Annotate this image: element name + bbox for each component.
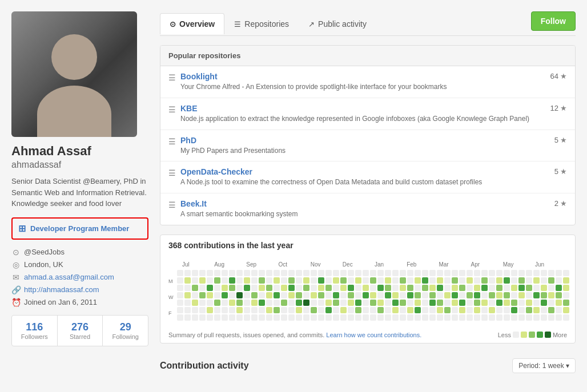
month-label: Dec <box>343 261 375 268</box>
contrib-cell <box>222 277 228 284</box>
contrib-cell <box>400 300 406 306</box>
contrib-cell <box>474 307 480 313</box>
contrib-cell <box>244 300 250 306</box>
contrib-cell <box>467 292 473 298</box>
contrib-cell <box>415 314 421 321</box>
email-link[interactable]: ahmad.a.assaf@gmail.com <box>24 273 114 281</box>
period-button[interactable]: Period: 1 week ▾ <box>512 358 576 373</box>
contrib-cell <box>281 307 287 313</box>
week-col <box>214 270 220 325</box>
contrib-cell <box>207 285 213 291</box>
contrib-cell <box>400 270 406 276</box>
repo-name[interactable]: Beek.It <box>180 199 207 208</box>
repo-name[interactable]: OpenData-Checker <box>180 167 252 176</box>
contrib-cell <box>214 285 220 291</box>
contrib-cell <box>548 270 554 276</box>
contrib-cell <box>318 285 324 291</box>
following-stat[interactable]: 29 Following <box>103 316 148 346</box>
contrib-cell <box>526 314 532 321</box>
tab-overview[interactable]: ⊙ Overview <box>160 13 224 34</box>
developer-badge: ⊞ Developer Program Member <box>11 217 148 240</box>
starred-stat[interactable]: 276 Starred <box>58 316 103 346</box>
contrib-cell <box>489 285 495 291</box>
follow-button[interactable]: Follow <box>531 11 576 31</box>
tab-repositories[interactable]: ☰ Repositories <box>224 13 299 34</box>
contrib-cell <box>355 270 361 276</box>
contrib-cell <box>459 277 465 284</box>
contrib-cell <box>474 277 480 284</box>
legend-cell-2 <box>529 332 535 338</box>
contrib-cell <box>385 270 391 276</box>
day-label: M <box>168 278 174 285</box>
contrib-cell <box>325 300 332 306</box>
repo-left: ☰ KBE Node.js application to extract the… <box>168 104 545 124</box>
contrib-cell <box>533 314 540 321</box>
contrib-cell <box>325 292 332 298</box>
week-col <box>184 270 191 325</box>
star-count: 64 <box>550 72 558 80</box>
contrib-cell <box>377 292 384 298</box>
contrib-cell <box>274 277 280 284</box>
website-link[interactable]: http://ahmadassaf.com <box>24 285 99 294</box>
contrib-cell <box>422 314 428 321</box>
contrib-cell <box>340 314 347 321</box>
contrib-cell <box>318 277 324 284</box>
followers-stat[interactable]: 116 Followers <box>12 316 58 346</box>
contrib-cell <box>274 285 280 291</box>
tab-overview-label: Overview <box>179 19 215 29</box>
contrib-cell <box>192 285 198 291</box>
repo-desc: A Node.js tool to examine the correctnes… <box>180 177 549 187</box>
contrib-cell <box>489 292 495 298</box>
month-label: Jul <box>182 261 214 268</box>
contrib-cell <box>333 314 339 321</box>
contrib-cell <box>504 292 510 298</box>
contrib-cell <box>348 307 354 313</box>
month-label: Nov <box>311 261 343 268</box>
contrib-cell <box>251 285 258 291</box>
contrib-cell <box>363 314 369 321</box>
repo-name[interactable]: Booklight <box>180 72 218 81</box>
contrib-cell <box>199 300 206 306</box>
contrib-cell <box>296 307 302 313</box>
day-label: F <box>168 310 174 317</box>
repo-stars: 64 ★ <box>550 72 567 80</box>
contrib-cell <box>214 277 220 284</box>
day-label <box>168 286 174 293</box>
contrib-cell <box>511 314 517 321</box>
contrib-cell <box>467 314 473 321</box>
star-count: 5 <box>554 136 558 144</box>
month-label: May <box>503 261 535 268</box>
week-col <box>481 270 488 325</box>
contrib-cell <box>467 300 473 306</box>
contrib-cell <box>474 270 480 276</box>
contrib-cell <box>518 270 525 276</box>
contrib-cell <box>400 285 406 291</box>
contrib-cell <box>244 277 250 284</box>
repo-name[interactable]: PhD <box>180 136 196 145</box>
repo-list: ☰ Booklight Your Chrome Alfred - An Exte… <box>160 66 575 225</box>
repo-stars: 12 ★ <box>550 104 567 112</box>
contrib-cell <box>281 277 287 284</box>
contrib-cell <box>192 307 198 313</box>
contrib-cell <box>325 277 332 284</box>
sidebar: Ahmad Assaf ahmadassaf Senior Data Scien… <box>11 11 148 379</box>
contrib-cell <box>370 314 376 321</box>
contrib-cell <box>281 292 287 298</box>
day-label: W <box>168 294 174 301</box>
contrib-cell <box>340 307 347 313</box>
contrib-cell <box>467 277 473 284</box>
developer-badge-icon: ⊞ <box>18 223 26 234</box>
contrib-cell <box>429 307 436 313</box>
footer-link[interactable]: Learn how we count contributions. <box>326 332 421 338</box>
contrib-cell <box>518 314 525 321</box>
contrib-cell <box>363 270 369 276</box>
contrib-cell <box>518 300 525 306</box>
contrib-cell <box>377 307 384 313</box>
repos-tab-icon: ☰ <box>234 20 241 29</box>
tab-public-activity[interactable]: ↗ Public activity <box>299 13 376 34</box>
contrib-cell <box>192 277 198 284</box>
repo-name[interactable]: KBE <box>180 104 198 113</box>
contrib-cell <box>199 277 206 284</box>
contrib-cell <box>548 285 554 291</box>
contrib-cell <box>518 307 525 313</box>
